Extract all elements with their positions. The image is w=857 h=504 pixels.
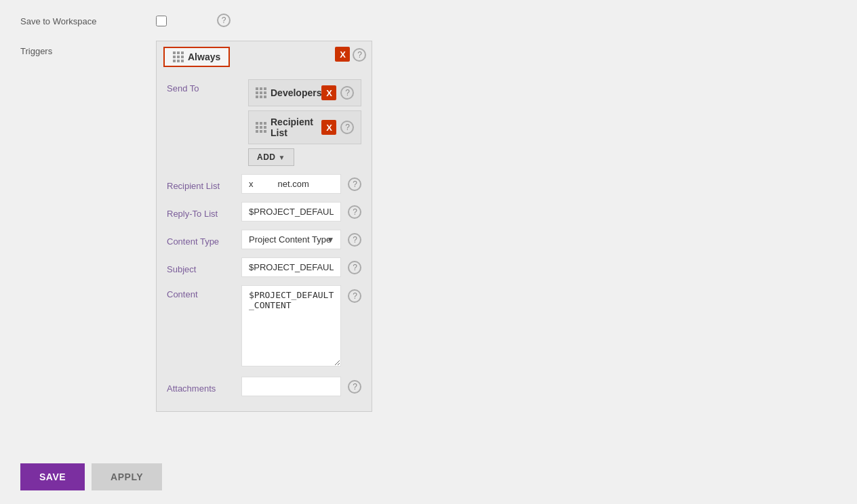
content-label: Content xyxy=(167,285,241,299)
content-textarea[interactable]: $PROJECT_DEFAULT_CONTENT xyxy=(241,285,341,366)
triggers-label: Triggers xyxy=(20,41,156,56)
add-dropdown-arrow: ▼ xyxy=(279,154,285,161)
always-title: Always xyxy=(188,51,220,62)
reply-to-help-icon[interactable]: ? xyxy=(348,205,361,219)
recipient-list-remove-button[interactable]: X xyxy=(321,120,336,135)
recipient-list-row: Recipient List ? xyxy=(167,174,361,194)
subject-field-wrapper xyxy=(241,257,341,277)
save-to-workspace-help-icon[interactable]: ? xyxy=(217,14,231,27)
developers-actions: X ? xyxy=(321,85,354,100)
save-to-workspace-row: Save to Workspace ? xyxy=(20,14,237,28)
content-type-row: Content Type Project Content Type HTML T… xyxy=(167,230,361,249)
send-to-container: Developers X ? xyxy=(248,79,361,166)
add-send-to-button[interactable]: ADD ▼ xyxy=(248,148,294,166)
triggers-section: Triggers X ? xyxy=(20,41,237,412)
add-button-label: ADD xyxy=(257,152,276,162)
always-body: Send To Developers xyxy=(157,72,372,411)
always-title-area: Always xyxy=(163,47,230,67)
developers-help-icon[interactable]: ? xyxy=(340,86,354,100)
recipient-list-actions: X ? xyxy=(321,120,354,135)
always-container: X ? Always xyxy=(156,41,372,412)
attachments-help-icon[interactable]: ? xyxy=(348,380,361,394)
subject-label: Subject xyxy=(167,260,241,274)
recipient-list-field-wrapper xyxy=(241,174,341,194)
content-type-field-wrapper: Project Content Type HTML Text ▼ xyxy=(241,230,341,249)
content-row: Content $PROJECT_DEFAULT_CONTENT ? xyxy=(167,285,361,369)
recipient-list-field-label: Recipient List xyxy=(167,177,241,191)
send-to-row: Send To Developers xyxy=(167,79,361,166)
developers-drag-icon xyxy=(256,87,266,98)
save-to-workspace-checkbox[interactable] xyxy=(156,16,167,26)
subject-row: Subject ? xyxy=(167,257,361,277)
developers-label-area: Developers xyxy=(256,87,321,98)
content-type-label: Content Type xyxy=(167,232,241,247)
recipient-list-text: Recipient List xyxy=(271,117,321,138)
content-help-icon[interactable]: ? xyxy=(348,289,361,303)
save-button[interactable]: SAVE xyxy=(20,463,85,490)
save-to-workspace-label: Save to Workspace xyxy=(20,14,156,26)
reply-to-label: Reply-To List xyxy=(167,205,241,219)
drag-handle-icon xyxy=(173,51,184,62)
developers-item: Developers X ? xyxy=(248,79,361,106)
send-to-label: Send To xyxy=(167,79,241,93)
reply-to-row: Reply-To List ? xyxy=(167,202,361,222)
always-close-button[interactable]: X xyxy=(335,47,350,62)
recipient-list-label-area: Recipient List xyxy=(256,117,321,138)
content-type-select-wrapper: Project Content Type HTML Text ▼ xyxy=(241,230,341,249)
attachments-row: Attachments ? xyxy=(167,377,361,396)
reply-to-input[interactable] xyxy=(241,202,341,222)
attachments-field-wrapper xyxy=(241,377,341,396)
recipient-list-help-icon[interactable]: ? xyxy=(340,121,354,134)
content-field-wrapper: $PROJECT_DEFAULT_CONTENT xyxy=(241,285,341,369)
developers-text: Developers xyxy=(271,87,321,98)
subject-help-icon[interactable]: ? xyxy=(348,261,361,274)
recipient-list-field-help-icon[interactable]: ? xyxy=(348,177,361,191)
subject-input[interactable] xyxy=(241,257,341,277)
attachments-label: Attachments xyxy=(167,379,241,394)
reply-to-field-wrapper xyxy=(241,202,341,222)
recipient-list-drag-icon xyxy=(256,122,266,133)
recipient-list-input[interactable] xyxy=(241,174,341,194)
apply-button[interactable]: APPLY xyxy=(92,463,162,490)
recipient-list-item: Recipient List X ? xyxy=(248,110,361,144)
content-type-select[interactable]: Project Content Type HTML Text xyxy=(241,230,341,249)
save-to-workspace-checkbox-wrapper xyxy=(156,14,217,28)
content-type-help-icon[interactable]: ? xyxy=(348,233,361,247)
bottom-buttons: SAVE APPLY xyxy=(20,463,162,490)
developers-remove-button[interactable]: X xyxy=(321,85,336,100)
attachments-input[interactable] xyxy=(241,377,341,396)
